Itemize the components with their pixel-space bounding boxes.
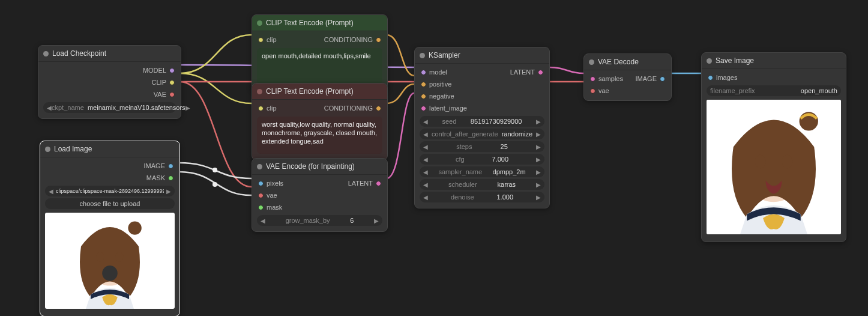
prev-icon[interactable]: ◀	[423, 194, 428, 201]
output-conditioning[interactable]: CONDITIONING	[324, 105, 373, 112]
node-save-image[interactable]: Save Image images filename_prefix open_m…	[701, 52, 846, 242]
output-latent[interactable]: LATENT	[348, 180, 373, 187]
svg-point-10	[755, 155, 766, 168]
input-positive[interactable]: positive	[429, 81, 451, 88]
input-mask[interactable]: mask	[267, 204, 282, 211]
output-vae[interactable]: VAE	[154, 91, 166, 98]
node-title[interactable]: Load Checkpoint	[38, 46, 181, 62]
input-pixels[interactable]: pixels	[267, 180, 283, 187]
prev-icon[interactable]: ◀	[423, 181, 428, 188]
next-icon[interactable]: ▶	[166, 188, 171, 195]
svg-point-7	[128, 221, 141, 234]
node-ksampler[interactable]: KSampler model LATENT positive negative …	[414, 47, 550, 208]
ksampler-sampler_name-widget[interactable]: ◀sampler_namedpmpp_2m▶	[420, 166, 544, 177]
next-icon[interactable]: ▶	[536, 118, 541, 125]
node-vae-encode-inpaint[interactable]: VAE Encode (for Inpainting) pixels LATEN…	[252, 158, 388, 232]
input-model[interactable]: model	[429, 68, 447, 76]
prev-icon[interactable]: ◀	[423, 169, 428, 175]
prev-icon[interactable]: ◀	[423, 131, 428, 138]
output-clip[interactable]: CLIP	[152, 79, 166, 86]
choose-file-button[interactable]: choose file to upload	[45, 198, 175, 209]
input-vae[interactable]: vae	[267, 192, 277, 199]
output-image[interactable]: IMAGE	[636, 75, 657, 82]
prev-icon[interactable]: ◀	[423, 118, 428, 125]
input-vae[interactable]: vae	[598, 87, 609, 94]
next-icon[interactable]: ▶	[185, 105, 190, 111]
grow-mask-widget[interactable]: ◀ grow_mask_by 6 ▶	[257, 215, 382, 226]
prev-icon[interactable]: ◀	[423, 144, 428, 150]
svg-point-0	[212, 168, 217, 172]
input-clip[interactable]: clip	[267, 105, 277, 112]
input-images[interactable]: images	[716, 74, 737, 81]
svg-point-4	[97, 252, 104, 262]
prev-icon[interactable]: ◀	[49, 188, 53, 195]
node-title[interactable]: CLIP Text Encode (Prompt)	[252, 84, 387, 100]
ckpt-name-widget[interactable]: ◀ ckpt_name meinamix_meinaV10.safetensor…	[43, 102, 176, 113]
node-title[interactable]: CLIP Text Encode (Prompt)	[252, 15, 387, 31]
node-title[interactable]: KSampler	[415, 47, 549, 64]
image-preview	[45, 213, 175, 309]
svg-point-6	[102, 266, 118, 281]
ksampler-cfg-widget[interactable]: ◀cfg7.000▶	[420, 154, 544, 165]
next-icon[interactable]: ▶	[536, 169, 541, 175]
output-latent[interactable]: LATENT	[510, 68, 535, 76]
prev-icon[interactable]: ◀	[261, 217, 265, 224]
output-conditioning[interactable]: CONDITIONING	[324, 36, 373, 43]
node-title[interactable]: Save Image	[702, 53, 846, 69]
prev-icon[interactable]: ◀	[423, 156, 428, 163]
svg-point-5	[116, 252, 124, 262]
input-samples[interactable]: samples	[598, 75, 623, 82]
ksampler-steps-widget[interactable]: ◀steps25▶	[420, 141, 544, 152]
filename-prefix-widget[interactable]: filename_prefix open_mouth	[707, 85, 841, 96]
prompt-text[interactable]: worst quality,low quality, normal qualit…	[257, 117, 382, 154]
prompt-text[interactable]: open mouth,detailed mouth,lips,smile	[257, 48, 382, 84]
svg-point-1	[212, 182, 217, 187]
output-model[interactable]: MODEL	[143, 67, 166, 74]
input-latent-image[interactable]: latent_image	[429, 105, 467, 112]
next-icon[interactable]: ▶	[536, 181, 541, 188]
node-load-checkpoint[interactable]: Load Checkpoint MODEL CLIP VAE ◀ ckpt_na…	[38, 45, 181, 119]
node-clip-encode-negative[interactable]: CLIP Text Encode (Prompt) clip CONDITION…	[252, 83, 388, 160]
node-clip-encode-positive[interactable]: CLIP Text Encode (Prompt) clip CONDITION…	[252, 14, 388, 91]
output-image[interactable]: IMAGE	[144, 162, 165, 169]
next-icon[interactable]: ▶	[536, 156, 541, 163]
ksampler-seed-widget[interactable]: ◀seed85191730929000▶	[420, 116, 544, 127]
prev-icon[interactable]: ◀	[47, 105, 52, 111]
next-icon[interactable]: ▶	[536, 144, 541, 150]
next-icon[interactable]: ▶	[536, 194, 541, 201]
ksampler-control_after_generate-widget[interactable]: ◀control_after_generaterandomize▶	[420, 129, 544, 139]
next-icon[interactable]: ▶	[536, 131, 541, 138]
svg-point-11	[782, 155, 792, 168]
ksampler-denoise-widget[interactable]: ◀denoise1.000▶	[420, 192, 544, 202]
input-negative[interactable]: negative	[429, 93, 454, 100]
output-image-preview	[707, 100, 841, 234]
node-title[interactable]: Load Image	[40, 141, 179, 157]
output-mask[interactable]: MASK	[146, 174, 165, 181]
node-title[interactable]: VAE Encode (for Inpainting)	[252, 159, 387, 175]
node-title[interactable]: VAE Decode	[584, 54, 671, 70]
node-load-image[interactable]: Load Image IMAGE MASK ◀ clipspace/clipsp…	[40, 141, 180, 316]
input-clip[interactable]: clip	[267, 36, 277, 43]
next-icon[interactable]: ▶	[374, 217, 379, 224]
node-vae-decode[interactable]: VAE Decode samples IMAGE vae	[583, 53, 672, 101]
image-path-widget[interactable]: ◀ clipspace/clipspace-mask-2892496.12999…	[45, 186, 175, 196]
ksampler-scheduler-widget[interactable]: ◀schedulerkarras▶	[420, 179, 544, 190]
